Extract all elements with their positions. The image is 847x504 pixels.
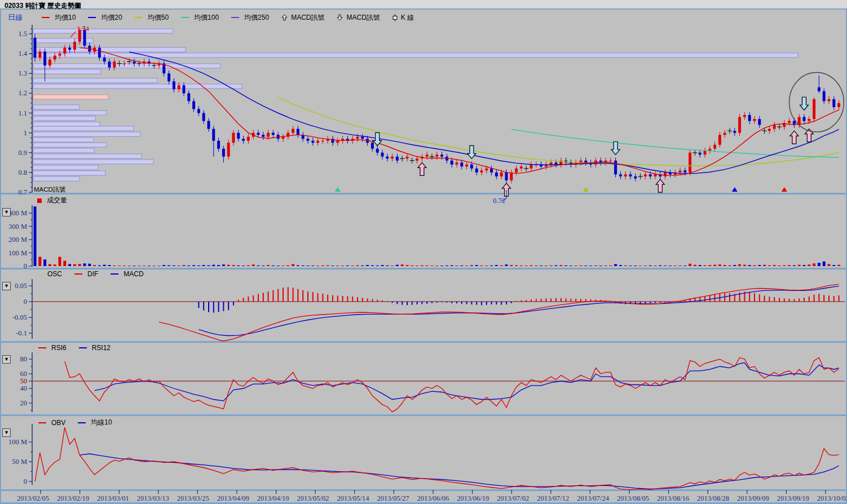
ma-legend-label: 均價250 [244,13,269,23]
macd-signal-chart-label: MACD訊號 [34,185,66,194]
buy-signal-arrow-icon [418,162,426,175]
axis-label: 300 M [8,223,27,231]
axis-label: 100 M [8,438,27,446]
obv-legend-label: OBV [51,419,65,427]
axis-label: 400 M [8,209,27,217]
signal-legend-label: K 線 [401,13,414,23]
axis-label: 60 [20,370,28,378]
date-label: 2013/05/02 [297,494,329,503]
volume-profile-bars [33,29,798,181]
ma-legend-item: 均價250 [231,13,269,23]
axis-label: 40 [20,384,28,392]
highlight-ellipse [789,73,844,132]
obv-legend: OBV 均線10 [38,418,112,427]
main-chart-legend: 日線 均價10均價20均價50均價100均價250 MACD訊號MACD訊號K … [8,12,426,23]
axis-label: -0.1 [16,329,27,337]
axis-label: 50 [20,377,28,385]
date-label: 2013/08/05 [617,494,649,503]
collapse-rsi-panel-button[interactable]: ▼ [2,355,11,364]
ma-line-swatch-icon [42,17,50,18]
date-label: 2013/07/24 [577,494,609,503]
dif-legend-label: DIF [87,270,98,278]
ma-legend-item: 均價100 [181,13,219,23]
axis-label: 0.7 [18,188,27,196]
sell-signal-arrow-icon [800,97,809,110]
obv-ma-line-swatch-icon [78,422,86,423]
axis-label: 0.05 [15,282,27,290]
collapse-macd-panel-button[interactable]: ▼ [2,282,11,290]
rsi6-line-swatch-icon [38,347,46,348]
osc-legend-label: OSC [47,270,62,278]
axis-label: 20 [20,399,28,407]
ma-line-swatch-icon [181,17,189,18]
date-label: 2013/07/02 [497,494,529,503]
date-label: 2013/03/01 [97,494,129,503]
date-label: 2013/02/05 [17,494,49,503]
rsi-legend: RSI6 RSI12 [38,344,111,352]
rsi6-legend-label: RSI6 [51,344,67,352]
date-label: 2013/06/19 [457,494,489,503]
bottom-signal-markers [335,187,787,192]
date-label: 2013/08/16 [657,494,689,503]
axes: 1.51.41.31.21.110.90.80.7400 M300 M200 M… [8,25,845,494]
dif-line-swatch-icon [74,273,82,275]
axis-label: 100 M [8,249,27,257]
axis-label: 1.4 [18,50,27,58]
signal-legend: MACD訊號MACD訊號K 線 [281,13,426,23]
axis-label: 0.8 [18,169,27,176]
axis-label: 1 [24,129,27,137]
ma-line-swatch-icon [135,17,143,18]
period-selector[interactable]: 日線 [8,12,23,23]
ma-legend-label: 均價10 [55,13,76,23]
axis-label: 200 M [8,236,27,244]
window-title: 02033 時計寶 歷史走勢圖 [0,2,81,10]
axis-label: 1.1 [18,109,27,117]
signal-legend-label: MACD訊號 [291,13,324,23]
signal-legend-item: K 線 [392,13,414,23]
candle-icon [392,14,398,21]
date-label: 2013/07/12 [537,494,569,503]
signal-legend-item: MACD訊號 [337,13,380,23]
date-label: 2013/05/27 [377,494,409,503]
date-label: 2013/09/09 [737,494,769,503]
ma-legend-label: 均價100 [194,13,219,23]
collapse-obv-panel-button[interactable]: ▼ [2,428,11,437]
date-label: 2013/03/13 [137,494,169,503]
volume-bars [34,206,841,266]
sell-signal-arrow-icon [467,145,476,158]
down-arrow-icon [337,14,343,21]
buy-signal-arrow-icon [790,131,799,144]
obv-ma-legend-label: 均線10 [91,418,112,427]
panel-separators [0,0,847,504]
chart-canvas[interactable]: 1.51.41.31.21.110.90.80.7400 M300 M200 M… [0,0,847,504]
app-window: 1.51.41.31.21.110.90.80.7400 M300 M200 M… [0,0,847,504]
signal-legend-item: MACD訊號 [281,13,324,23]
date-label: 2013/02/19 [57,494,89,503]
low-price-annotation: 0.72 [493,197,505,205]
macd-legend-label: MACD [123,270,143,278]
ma-legend: 均價10均價20均價50均價100均價250 [42,13,281,23]
date-label: 2013/08/28 [697,494,729,503]
x-axis-date-labels: 2013/02/052013/02/192013/03/012013/03/13… [17,494,847,503]
macd-legend: OSC DIF MACD [47,270,144,278]
volume-legend-label: 成交量 [47,196,67,205]
volume-legend: 成交量 [37,196,67,205]
ma-legend-item: 均價50 [135,13,169,23]
macd-histogram [198,287,839,312]
title-bar: 02033 時計寶 歷史走勢圖 [0,0,847,10]
signal-legend-label: MACD訊號 [346,13,380,23]
ma-line-swatch-icon [88,17,96,18]
axis-label: 1.5 [18,30,27,38]
macd-line-swatch-icon [111,273,118,275]
ma-line-swatch-icon [231,17,239,18]
rsi12-legend-label: RSI12 [92,344,111,352]
obv-line-swatch-icon [38,422,46,423]
ma-legend-label: 均價50 [148,13,169,23]
collapse-volume-panel-button[interactable]: ▼ [2,208,11,216]
axis-label: 1.3 [18,69,27,77]
date-label: 2013/09/19 [777,494,809,503]
date-label: 2013/03/25 [177,494,209,503]
high-price-annotation: 1.54 [77,25,90,33]
axis-label: 0.9 [18,149,27,157]
ma-legend-label: 均價20 [101,13,122,23]
